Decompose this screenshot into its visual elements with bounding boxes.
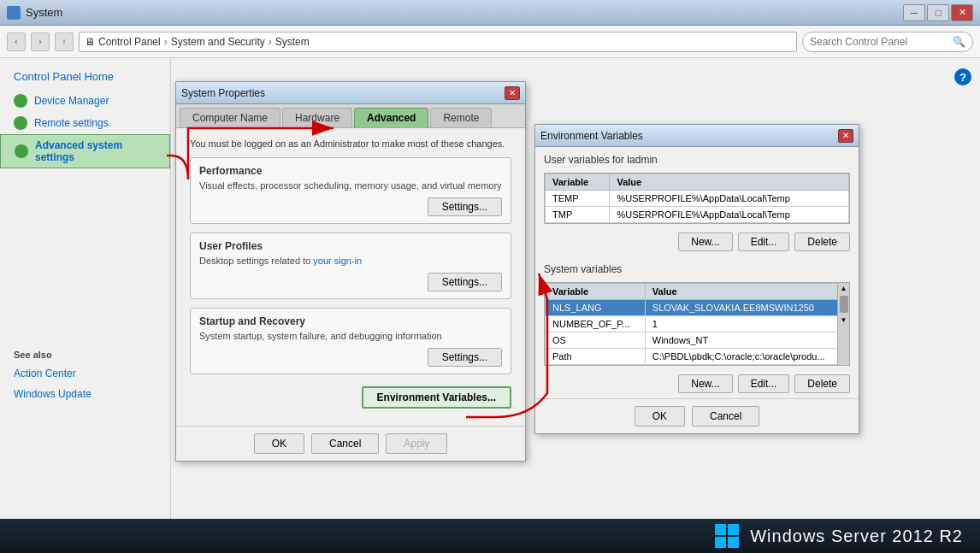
user-vars-col-value: Value (610, 174, 849, 191)
path-sep-1: › (164, 36, 168, 48)
tab-advanced[interactable]: Advanced (354, 108, 428, 127)
user-vars-table-container: Variable Value TEMP %USERPROFILE%\AppDat… (544, 173, 850, 224)
device-manager-label: Device Manager (34, 95, 109, 107)
maximize-button[interactable]: □ (927, 4, 949, 21)
tab-hardware[interactable]: Hardware (282, 108, 352, 127)
tab-computer-name[interactable]: Computer Name (180, 108, 280, 127)
advanced-settings-icon (15, 144, 28, 158)
scroll-up-arrow[interactable]: ▲ (839, 283, 849, 294)
forward-button[interactable]: › (31, 32, 50, 51)
startup-recovery-desc: System startup, system failure, and debu… (199, 331, 502, 341)
path-part-3[interactable]: System (275, 36, 310, 48)
control-panel-home-link[interactable]: Control Panel Home (0, 67, 170, 90)
env-dialog-close-button[interactable]: ✕ (838, 129, 853, 143)
scroll-down-arrow[interactable]: ▼ (839, 315, 849, 326)
performance-settings-button[interactable]: Settings... (428, 197, 502, 216)
system-vars-title: System variables (535, 256, 859, 279)
ok-button[interactable]: OK (254, 433, 304, 454)
help-button[interactable]: ? (954, 68, 971, 85)
user-profiles-section: User Profiles Desktop settings related t… (190, 232, 511, 299)
search-box[interactable]: 🔍 (802, 32, 973, 52)
address-path[interactable]: 🖥 Control Panel › System and Security › … (79, 32, 797, 52)
sys-props-tab-bar: Computer Name Hardware Advanced Remote (176, 104, 525, 128)
svg-rect-4 (715, 537, 726, 548)
user-var-row-tmp[interactable]: TMP %USERPROFILE%\AppData\Local\Temp (546, 207, 849, 223)
system-vars-col-variable: Variable (546, 284, 646, 300)
system-vars-edit-button[interactable]: Edit... (738, 374, 790, 393)
windows-text: Windows Server 2012 R2 (750, 527, 963, 546)
sign-in-link[interactable]: your sign-in (313, 256, 362, 266)
system-var-row-nls-lang[interactable]: NLS_LANG SLOVAK_SLOVAKIA.EE8MSWIN1250 (546, 300, 849, 316)
user-var-temp-name: TEMP (546, 191, 610, 207)
system-var-path-value: C:\PBDL\pbdk;C:\oracle;c:\oracle\produ..… (645, 349, 848, 365)
admin-notice: You must be logged on as an Administrato… (190, 138, 511, 149)
scroll-thumb[interactable] (840, 296, 848, 313)
minimize-button[interactable]: ─ (903, 4, 925, 21)
sidebar-item-action-center[interactable]: Action Center (0, 363, 170, 384)
user-var-row-temp[interactable]: TEMP %USERPROFILE%\AppData\Local\Temp (546, 191, 849, 207)
sidebar-item-advanced-system-settings[interactable]: Advanced system settings (0, 134, 170, 168)
title-bar-left: System (7, 6, 62, 20)
user-var-temp-value: %USERPROFILE%\AppData\Local\Temp (610, 191, 849, 207)
up-button[interactable]: ↑ (55, 32, 74, 51)
title-bar-buttons: ─ □ ✕ (903, 4, 973, 21)
user-vars-buttons: New... Edit... Delete (535, 227, 859, 256)
apply-button[interactable]: Apply (386, 433, 447, 454)
env-cancel-button[interactable]: Cancel (692, 406, 759, 427)
system-var-path-name: Path (546, 349, 646, 365)
svg-rect-5 (728, 537, 739, 548)
performance-title: Performance (199, 165, 502, 177)
system-vars-delete-button[interactable]: Delete (794, 374, 850, 393)
system-vars-scrollbar[interactable]: ▲ ▼ (837, 283, 849, 365)
user-vars-edit-button[interactable]: Edit... (738, 232, 790, 251)
see-also-label: See also (0, 339, 170, 363)
env-btn-container: Environment Variables... (190, 383, 511, 415)
system-var-nls-name: NLS_LANG (546, 300, 646, 316)
user-profiles-settings-button[interactable]: Settings... (428, 273, 502, 291)
remote-settings-icon (14, 116, 27, 130)
user-vars-delete-button[interactable]: Delete (794, 232, 850, 251)
advanced-settings-label: Advanced system settings (35, 139, 156, 163)
user-profiles-title: User Profiles (199, 240, 502, 252)
action-center-label: Action Center (14, 368, 76, 379)
tab-remote[interactable]: Remote (430, 108, 492, 127)
sys-props-footer: OK Cancel Apply (176, 426, 525, 461)
startup-recovery-section: Startup and Recovery System startup, sys… (190, 308, 511, 374)
user-vars-title: User variables for ladmin (535, 147, 859, 169)
sys-props-close-button[interactable]: ✕ (505, 86, 520, 100)
close-button[interactable]: ✕ (951, 4, 973, 21)
address-bar: ‹ › ↑ 🖥 Control Panel › System and Secur… (0, 26, 980, 58)
path-sep-2: › (269, 36, 272, 48)
svg-rect-2 (715, 524, 726, 535)
system-var-row-num-processors[interactable]: NUMBER_OF_P... 1 (546, 316, 849, 332)
sys-props-content: You must be logged on as an Administrato… (176, 128, 525, 426)
title-bar: System ─ □ ✕ (0, 0, 980, 26)
system-var-os-name: OS (546, 332, 646, 349)
path-icon: 🖥 (85, 36, 95, 48)
startup-recovery-settings-button[interactable]: Settings... (428, 348, 502, 367)
device-manager-icon (14, 94, 27, 108)
system-var-num-name: NUMBER_OF_P... (546, 316, 646, 332)
performance-section: Performance Visual effects, processor sc… (190, 157, 511, 224)
sys-props-title: System Properties (181, 87, 265, 99)
system-vars-table: Variable Value NLS_LANG SLOVAK_SLOVAKIA.… (545, 283, 849, 365)
system-var-nls-value: SLOVAK_SLOVAKIA.EE8MSWIN1250 (645, 300, 848, 316)
env-ok-button[interactable]: OK (635, 406, 685, 427)
startup-recovery-title: Startup and Recovery (199, 315, 502, 327)
system-icon (7, 6, 21, 20)
environment-variables-dialog: Environment Variables ✕ User variables f… (534, 124, 859, 434)
path-part-1[interactable]: Control Panel (98, 36, 161, 48)
environment-variables-button[interactable]: Environment Variables... (362, 386, 511, 409)
system-var-row-path[interactable]: Path C:\PBDL\pbdk;C:\oracle;c:\oracle\pr… (546, 349, 849, 365)
user-vars-new-button[interactable]: New... (678, 232, 732, 251)
sidebar-item-remote-settings[interactable]: Remote settings (0, 112, 170, 134)
sidebar-item-windows-update[interactable]: Windows Update (0, 384, 170, 404)
cancel-button[interactable]: Cancel (311, 433, 379, 454)
path-part-2[interactable]: System and Security (171, 36, 265, 48)
system-vars-new-button[interactable]: New... (678, 374, 732, 393)
windows-update-label: Windows Update (14, 388, 92, 400)
system-var-row-os[interactable]: OS Windows_NT (546, 332, 849, 349)
sidebar-item-device-manager[interactable]: Device Manager (0, 90, 170, 112)
back-button[interactable]: ‹ (7, 32, 26, 51)
search-input[interactable] (810, 36, 949, 48)
